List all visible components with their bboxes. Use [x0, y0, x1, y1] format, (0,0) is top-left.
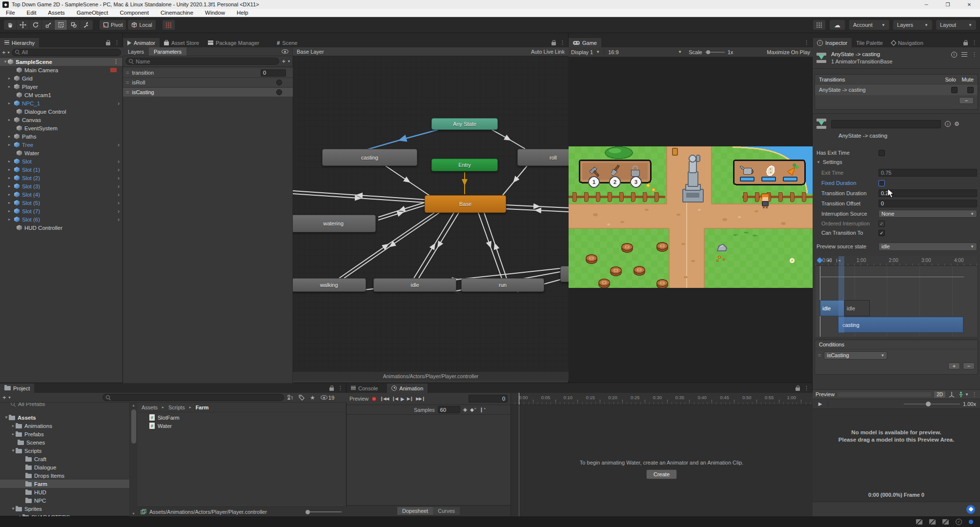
- proj-scenes[interactable]: Scenes: [0, 438, 129, 446]
- prefab-chevron-icon[interactable]: ›: [118, 191, 122, 198]
- graph-canvas[interactable]: Any State casting Entry roll Base wateri…: [293, 56, 569, 372]
- transition-end-marker-icon[interactable]: ❘◂: [835, 258, 840, 263]
- custom-tool-icon[interactable]: [80, 20, 93, 30]
- last-key-button[interactable]: ▶▶❙: [416, 396, 425, 401]
- play-animation-button[interactable]: ▶: [401, 396, 404, 402]
- mute-checkbox[interactable]: [967, 87, 974, 93]
- prefab-chevron-icon[interactable]: ›: [118, 166, 122, 173]
- state-node-roll[interactable]: roll: [517, 149, 569, 166]
- project-search-input[interactable]: [102, 394, 284, 401]
- preview-source-dropdown[interactable]: idle▼: [878, 243, 977, 251]
- prefab-chevron-icon[interactable]: ›: [118, 100, 122, 107]
- solo-checkbox[interactable]: [951, 87, 958, 93]
- help-icon[interactable]: [945, 121, 951, 127]
- preview-drag-grip[interactable]: [837, 393, 931, 396]
- add-parameter-caret-icon[interactable]: ▾: [288, 59, 290, 63]
- fixed-duration-checkbox[interactable]: [878, 180, 885, 186]
- presets-icon[interactable]: [961, 52, 967, 57]
- thumbnail-size-slider[interactable]: [305, 509, 344, 514]
- preview-avatar-icon[interactable]: ▼: [958, 391, 969, 398]
- kebab-icon[interactable]: ⋮: [972, 391, 977, 398]
- proj-clipped-row[interactable]: All Prefabs: [0, 403, 129, 408]
- proj-prefabs[interactable]: ▸Prefabs: [0, 430, 129, 438]
- preview-area[interactable]: No model is available for preview. Pleas…: [813, 409, 980, 502]
- scroll-up-icon[interactable]: ▲: [132, 404, 135, 407]
- hier-item-tree[interactable]: ▸Tree›: [0, 141, 122, 149]
- progress-status-icon[interactable]: ✓: [956, 519, 962, 525]
- timeline-block-casting[interactable]: casting: [838, 317, 963, 333]
- project-scrollbar[interactable]: ▲ ▼: [130, 403, 138, 516]
- kebab-icon[interactable]: ⋮: [560, 40, 565, 46]
- hier-item-eventsystem[interactable]: EventSystem: [0, 124, 122, 132]
- transition-offset-field[interactable]: 0: [878, 200, 977, 207]
- scale-slider-knob[interactable]: [706, 50, 710, 54]
- preview-speed-slider[interactable]: [828, 399, 963, 408]
- interruption-source-dropdown[interactable]: None▼: [878, 210, 977, 218]
- scale-tool-icon[interactable]: [42, 20, 55, 30]
- console-muted-icon[interactable]: [916, 519, 922, 525]
- prefab-chevron-icon[interactable]: ›: [118, 175, 122, 182]
- minimize-button[interactable]: ─: [916, 0, 937, 9]
- maximize-button[interactable]: ❐: [937, 0, 959, 9]
- preview-play-button[interactable]: ▶: [813, 401, 828, 406]
- breadcrumb-assets[interactable]: Assets: [142, 405, 158, 410]
- move-tool-icon[interactable]: [17, 20, 29, 30]
- grid-snap-icon[interactable]: [163, 20, 175, 30]
- tab-parameters[interactable]: Parameters: [149, 47, 186, 56]
- create-asset-button[interactable]: +: [2, 394, 6, 401]
- param-bool-toggle[interactable]: [276, 80, 282, 85]
- rotate-tool-icon[interactable]: [29, 20, 42, 30]
- hidden-packages-toggle[interactable]: 19: [321, 395, 334, 401]
- transition-duration-field[interactable]: 0.25: [878, 189, 977, 197]
- state-node-watering[interactable]: watering: [293, 215, 376, 232]
- param-bool-toggle[interactable]: [276, 89, 282, 95]
- current-frame-field[interactable]: 0: [469, 395, 508, 403]
- state-node-partial[interactable]: [560, 266, 569, 282]
- scrollbar-thumb[interactable]: [131, 409, 136, 444]
- kebab-icon[interactable]: ⋮: [804, 40, 809, 46]
- proj-scripts[interactable]: ▼Scripts: [0, 446, 129, 455]
- dopesheet-button[interactable]: Dopesheet: [397, 507, 433, 515]
- state-node-run[interactable]: run: [461, 278, 544, 292]
- tab-asset-store[interactable]: Asset Store: [160, 38, 204, 47]
- tab-package-manager[interactable]: Package Manager: [204, 38, 264, 47]
- scene-row[interactable]: ▼ SampleScene ⋮: [0, 58, 122, 66]
- scene-kebab-icon[interactable]: ⋮: [113, 59, 122, 65]
- hier-item-cm-vcam1[interactable]: CM vcam1: [0, 91, 122, 99]
- transition-list-row[interactable]: AnyState -> casting: [815, 84, 978, 95]
- prefab-chevron-icon[interactable]: ›: [118, 142, 122, 148]
- time-cursor[interactable]: [519, 393, 519, 405]
- proj-npc[interactable]: NPC: [0, 496, 129, 505]
- breadcrumb-scripts[interactable]: Scripts: [168, 405, 185, 410]
- file-slotfarm[interactable]: SlotFarm: [138, 413, 347, 422]
- warnings-muted-icon[interactable]: [929, 519, 936, 525]
- hier-item-paths[interactable]: ▸Paths: [0, 132, 122, 141]
- proj-sprites[interactable]: ▼Sprites: [0, 505, 129, 513]
- tab-animation[interactable]: Animation: [387, 384, 428, 393]
- proj-drops-items[interactable]: Drops Items: [0, 471, 129, 480]
- lock-icon[interactable]: [329, 387, 334, 391]
- aspect-dropdown[interactable]: 16:9▼: [604, 49, 682, 55]
- preview-2d-button[interactable]: 2D: [934, 391, 945, 398]
- proj-craft[interactable]: Craft: [0, 455, 129, 463]
- hier-item-player[interactable]: ▸Player: [0, 82, 122, 91]
- settings-foldout[interactable]: ▼ Settings: [817, 159, 842, 165]
- scroll-down-icon[interactable]: ▼: [132, 512, 135, 515]
- transition-preview-track[interactable]: idle idle casting: [816, 266, 977, 337]
- hier-item-slot[interactable]: ▸Slot›: [0, 157, 122, 165]
- add-event-icon[interactable]: ❙⁺: [479, 407, 486, 412]
- hier-item-slot7[interactable]: ▸Slot (7)›: [0, 207, 122, 215]
- menu-edit[interactable]: Edit: [21, 10, 42, 16]
- lock-icon[interactable]: [551, 42, 556, 45]
- state-node-walking[interactable]: walking: [293, 278, 366, 292]
- slider-knob[interactable]: [306, 510, 310, 514]
- proj-hud[interactable]: HUD: [0, 488, 129, 496]
- lock-icon[interactable]: [106, 42, 110, 45]
- maximize-on-play-button[interactable]: Maximize On Play: [767, 49, 810, 55]
- pivot-button[interactable]: Pivot: [100, 20, 126, 30]
- layer-breadcrumb[interactable]: Base Layer: [297, 49, 324, 55]
- kebab-icon[interactable]: ⋮: [338, 385, 343, 391]
- tab-project[interactable]: Project: [0, 384, 34, 393]
- proj-characters[interactable]: ▼CHARACTERS: [0, 513, 129, 516]
- tab-layers[interactable]: Layers: [123, 47, 149, 56]
